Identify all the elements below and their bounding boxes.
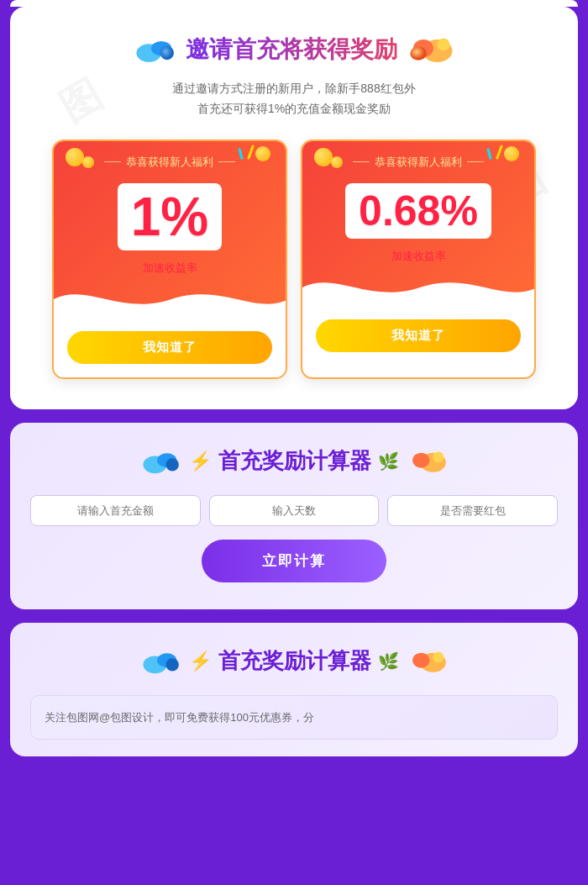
blue-blob-icon (132, 34, 177, 66)
envelope-wave-2 (302, 271, 536, 306)
svg-point-2 (160, 46, 174, 60)
card1-percent: 1% (131, 190, 209, 244)
calculator-section-1: ⚡ 首充奖励计算器 🌿 立即计算 (10, 423, 578, 609)
calc1-blue-blob-icon (139, 446, 182, 477)
envelope-bottom-2: 我知道了 (302, 306, 534, 366)
card2-btn[interactable]: 我知道了 (316, 319, 521, 352)
card2-percent: 0.68% (359, 190, 478, 232)
flame-icon-1: 🌿 (378, 451, 399, 471)
calc1-inputs-row[interactable] (30, 495, 558, 526)
calc1-title-row: ⚡ 首充奖励计算器 🌿 (30, 446, 558, 477)
envelope-card-1: 恭喜获得新人福利 1% 加速收益率 我知道了 (52, 140, 287, 379)
card1-subtitle: 加速收益率 (67, 261, 272, 276)
svg-point-11 (412, 452, 430, 467)
envelope-bottom-1: 我知道了 (54, 318, 286, 377)
card2-percent-wrap: 0.68% (345, 183, 491, 239)
envelope-wave-1 (54, 282, 287, 318)
calc2-title: 首充奖励计算器 (218, 646, 371, 676)
calc1-title: 首充奖励计算器 (218, 446, 371, 476)
cards-row: 恭喜获得新人福利 1% 加速收益率 我知道了 (30, 140, 558, 379)
calc2-title-row: ⚡ 首充奖励计算器 🌿 (30, 646, 558, 677)
redpacket-input[interactable] (387, 495, 558, 526)
invite-section: 图 图 邀请首充将获得奖励 (10, 7, 578, 409)
calculator-section-2: ⚡ 首充奖励计算器 🌿 关注包图网@包图设计，即可免费获得100元优惠券，分 (10, 623, 578, 756)
lightning-icon-1: ⚡ (189, 450, 212, 472)
svg-point-17 (412, 652, 430, 667)
amount-input[interactable] (30, 495, 201, 526)
invite-title-row: 邀请首充将获得奖励 (30, 32, 558, 67)
calc2-blue-blob-icon (139, 646, 182, 677)
leaf-icon-2: 🌿 (378, 651, 399, 672)
calc2-orange-blob-icon (406, 646, 449, 677)
svg-point-6 (438, 39, 450, 51)
svg-point-12 (433, 451, 444, 462)
days-input[interactable] (209, 495, 380, 526)
card2-subtitle: 加速收益率 (316, 249, 521, 264)
envelope-card-2: 恭喜获得新人福利 0.68% 加速收益率 我知道了 (301, 140, 536, 379)
svg-point-9 (165, 458, 178, 471)
envelope-top-1: 恭喜获得新人福利 1% 加速收益率 (54, 141, 286, 318)
lightning-icon-2: ⚡ (189, 651, 212, 672)
invite-title: 邀请首充将获得奖励 (186, 34, 397, 66)
invite-description: 通过邀请方式注册的新用户，除新手888红包外 首充还可获得1%的充值金额现金奖励 (30, 79, 558, 119)
card1-percent-wrap: 1% (118, 183, 223, 250)
envelope-top-2: 恭喜获得新人福利 0.68% 加速收益率 (302, 141, 534, 306)
bottom-description: 关注包图网@包图设计，即可免费获得100元优惠券，分 (30, 695, 558, 740)
calculate-button[interactable]: 立即计算 (202, 540, 386, 582)
svg-point-18 (433, 651, 444, 662)
svg-point-15 (165, 658, 178, 671)
orange-blob-icon (406, 32, 456, 67)
calc1-orange-blob-icon (406, 446, 449, 477)
card1-btn[interactable]: 我知道了 (67, 331, 272, 364)
svg-point-5 (410, 46, 427, 61)
